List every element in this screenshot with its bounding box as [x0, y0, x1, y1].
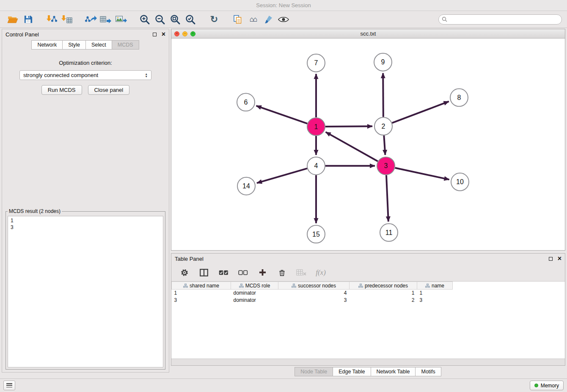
select-all-columns-button[interactable] — [217, 266, 230, 279]
bottom-tab-node-table[interactable]: Node Table — [295, 367, 333, 376]
table-cell: 2 — [350, 297, 417, 304]
edge-3-1[interactable] — [326, 132, 378, 161]
edge-2-8[interactable] — [392, 102, 449, 123]
import-network-icon — [46, 14, 58, 25]
open-session-button[interactable] — [5, 13, 20, 26]
apply-layout-button[interactable]: ↻ — [206, 13, 222, 26]
node-4[interactable]: 4 — [307, 157, 325, 175]
panel-list-icon — [6, 383, 12, 388]
tab-mcds[interactable]: MCDS — [112, 40, 139, 50]
function-builder-button[interactable]: f(x) — [314, 266, 327, 279]
clone-network-button[interactable] — [230, 13, 245, 26]
import-table-icon — [61, 14, 73, 25]
bottom-tab-edge-table[interactable]: Edge Table — [333, 367, 371, 376]
node-10[interactable]: 10 — [451, 173, 469, 191]
search-input[interactable] — [438, 14, 562, 25]
node-7[interactable]: 7 — [307, 54, 325, 72]
export-network-button[interactable] — [83, 13, 98, 26]
window-close-icon[interactable]: × — [174, 31, 179, 36]
node-table: shared nameMCDS rolesuccessor nodesprede… — [171, 282, 453, 304]
bottom-tab-motifs[interactable]: Motifs — [415, 367, 441, 376]
tab-select[interactable]: Select — [85, 40, 112, 50]
column-header-predecessor-nodes[interactable]: predecessor nodes — [350, 282, 417, 290]
delete-table-button[interactable] — [295, 266, 308, 279]
float-table-panel-icon[interactable] — [549, 257, 553, 261]
table-row[interactable]: 1dominator411 — [172, 290, 453, 297]
table-row[interactable]: 3dominator323 — [172, 297, 453, 304]
table-cell: 1 — [350, 290, 417, 297]
search-field — [438, 14, 562, 25]
save-session-button[interactable] — [20, 13, 36, 26]
show-hide-button[interactable] — [276, 13, 291, 26]
table-cell: dominator — [231, 290, 278, 297]
edge-4-14[interactable] — [257, 168, 307, 183]
unselect-all-columns-button[interactable] — [237, 266, 249, 279]
window-zoom-icon[interactable]: + — [190, 31, 195, 36]
node-6[interactable]: 6 — [237, 93, 255, 111]
zoom-fit-button[interactable] — [168, 13, 183, 26]
close-panel-button[interactable]: Close panel — [88, 85, 130, 95]
import-network-button[interactable] — [44, 13, 59, 26]
column-header-successor-nodes[interactable]: successor nodes — [278, 282, 350, 290]
node-label: 8 — [457, 94, 461, 101]
edge-1-2[interactable] — [325, 126, 372, 127]
node-15[interactable]: 15 — [307, 225, 325, 243]
node-11[interactable]: 11 — [380, 224, 398, 241]
memory-button[interactable]: Memory — [530, 381, 564, 390]
zoom-in-button[interactable] — [137, 13, 152, 26]
optimization-select-value: strongly connected component — [23, 72, 145, 78]
edges-layer — [256, 73, 449, 224]
bottom-tab-network-table[interactable]: Network Table — [371, 367, 416, 376]
tab-network[interactable]: Network — [31, 40, 63, 50]
memory-status-icon — [534, 384, 538, 387]
export-network-icon — [84, 14, 97, 25]
node-1[interactable]: 1 — [307, 118, 325, 135]
app-window: Session: New Session — [0, 0, 567, 392]
fx-icon: f(x) — [316, 268, 326, 277]
node-label: 3 — [384, 162, 388, 169]
window-minimize-icon[interactable]: − — [182, 31, 187, 36]
optimization-label: Optimization criterion: — [2, 60, 169, 66]
apply-style-button[interactable] — [261, 13, 276, 26]
zoom-selected-button[interactable] — [183, 13, 198, 26]
create-column-button[interactable] — [256, 266, 269, 279]
node-label: 15 — [312, 231, 320, 238]
result-line: 3 — [11, 224, 160, 231]
node-8[interactable]: 8 — [450, 89, 468, 107]
import-table-button[interactable] — [59, 13, 74, 26]
column-header-mcds-role[interactable]: MCDS role — [231, 282, 278, 290]
edge-3-11[interactable] — [386, 175, 388, 222]
export-table-button[interactable] — [98, 13, 113, 26]
run-mcds-button[interactable]: Run MCDS — [41, 85, 82, 95]
table-cell: 4 — [278, 290, 350, 297]
edge-1-6[interactable] — [256, 106, 308, 124]
tab-style[interactable]: Style — [62, 40, 86, 50]
column-header-shared-name[interactable]: shared name — [172, 282, 231, 290]
optimization-select[interactable]: strongly connected component ▲▼ — [19, 70, 151, 80]
node-2[interactable]: 2 — [374, 117, 392, 135]
table-header-row: shared nameMCDS rolesuccessor nodesprede… — [172, 282, 453, 290]
edge-2-9[interactable] — [383, 73, 383, 117]
zoom-out-button[interactable] — [152, 13, 168, 26]
column-header-name[interactable]: name — [417, 282, 453, 290]
network-canvas[interactable]: 7968124314101511 — [171, 39, 565, 250]
close-panel-icon[interactable]: × — [162, 31, 165, 38]
gear-icon — [180, 268, 189, 277]
float-panel-icon[interactable] — [153, 33, 157, 36]
table-cell: 1 — [417, 290, 453, 297]
node-3[interactable]: 3 — [377, 157, 395, 175]
eye-icon — [278, 16, 289, 23]
table-horizontal-scrollbar[interactable] — [171, 359, 565, 365]
show-panels-button[interactable] — [3, 381, 15, 390]
delete-column-button[interactable] — [275, 266, 288, 279]
node-9[interactable]: 9 — [374, 53, 392, 71]
first-neighbors-button[interactable]: ⌂⌂ — [245, 13, 261, 26]
edge-2-3[interactable] — [384, 135, 385, 155]
node-14[interactable]: 14 — [237, 177, 255, 195]
close-table-panel-icon[interactable]: × — [558, 255, 561, 262]
show-columns-button[interactable] — [198, 266, 210, 279]
mcds-result-list[interactable]: 13 — [8, 216, 163, 367]
edge-3-10[interactable] — [395, 168, 449, 179]
table-settings-button[interactable] — [178, 266, 191, 279]
export-image-button[interactable] — [113, 13, 129, 26]
